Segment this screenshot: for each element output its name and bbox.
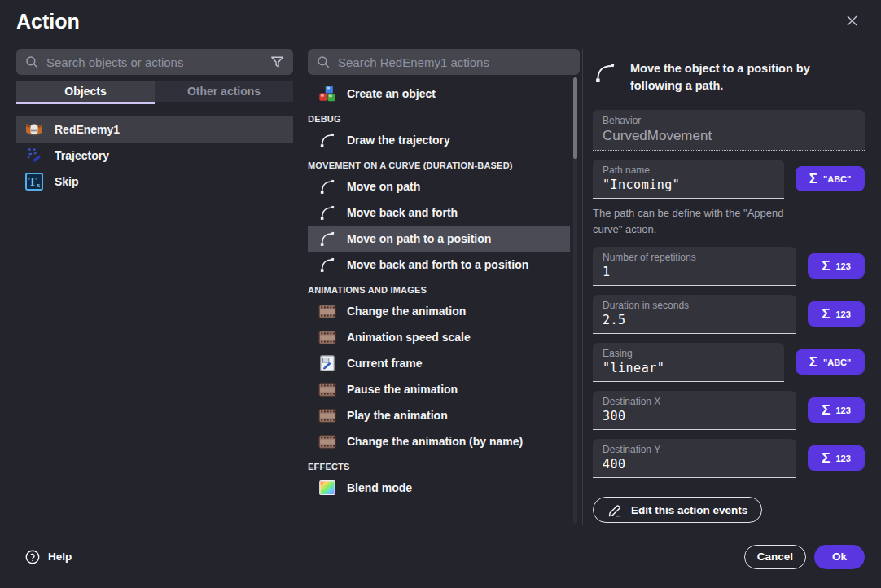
object-item[interactable]: Trajectory — [16, 143, 293, 169]
action-item[interactable]: Change the animation (by name) — [308, 428, 570, 454]
curve-icon — [318, 178, 336, 195]
actions-scrollbar-thumb[interactable] — [573, 77, 577, 159]
parameter-field[interactable]: Number of repetitions1 — [593, 247, 796, 286]
parameter-row: Easing"linear"Σ"ABC" — [593, 343, 865, 382]
blend-icon — [318, 479, 336, 497]
filter-icon[interactable] — [270, 55, 285, 70]
action-item-label: Draw the trajectory — [347, 134, 450, 147]
action-item[interactable]: Blend mode — [308, 475, 570, 501]
action-item[interactable]: Draw the trajectory — [308, 127, 570, 153]
action-item-label: Current frame — [347, 357, 423, 370]
svg-text:T: T — [28, 176, 37, 188]
parameter-field-column: Destination Y400 — [593, 439, 796, 478]
pencil-icon — [607, 502, 623, 518]
parameter-row: Number of repetitions1Σ123 — [593, 247, 865, 286]
objects-search-input[interactable] — [46, 55, 262, 69]
active-tab-underline — [16, 102, 155, 104]
ok-button[interactable]: Ok — [814, 545, 865, 569]
parameters-panel: Move the object to a position by followi… — [593, 49, 865, 525]
curve-icon — [318, 131, 336, 149]
actions-section-header: MOVEMENT ON A CURVE (DURATION-BASED) — [308, 160, 570, 170]
parameter-field[interactable]: Destination X300 — [593, 391, 796, 430]
parameter-helper-text: The path can be define with the "Append … — [593, 205, 784, 238]
action-item[interactable]: Move on path — [308, 173, 570, 200]
parameter-row: Path name"Incoming"The path can be defin… — [593, 160, 865, 238]
action-item[interactable]: Change the animation — [308, 298, 570, 324]
tab-other-actions[interactable]: Other actions — [155, 81, 293, 102]
dialog-footer: Help Cancel Ok — [0, 525, 881, 588]
objects-list: RedEnemy1TrajectoryTxSkip — [16, 116, 293, 195]
help-button[interactable]: Help — [24, 549, 72, 565]
expression-editor-123-button[interactable]: Σ123 — [808, 253, 865, 279]
parameter-row: Destination X300Σ123 — [593, 391, 865, 430]
parameter-field[interactable]: Path name"Incoming" — [593, 160, 784, 199]
action-item[interactable]: Move back and forth to a position — [308, 252, 570, 278]
actions-section-header: DEBUG — [308, 114, 570, 124]
object-item[interactable]: TxSkip — [16, 169, 293, 195]
action-item[interactable]: Animation speed scale — [308, 324, 570, 350]
parameter-label: Behavior — [603, 115, 855, 126]
parameter-field[interactable]: Duration in seconds2.5 — [593, 295, 796, 334]
object-item[interactable]: RedEnemy1 — [16, 116, 293, 143]
parameter-row: Duration in seconds2.5Σ123 — [593, 295, 865, 334]
action-item-label: Move back and forth — [347, 206, 458, 219]
help-label: Help — [48, 551, 72, 563]
action-item[interactable]: Pause the animation — [308, 376, 570, 402]
action-item[interactable]: Move on path to a position — [308, 226, 570, 252]
expression-editor-123-button[interactable]: Σ123 — [808, 445, 865, 471]
object-item-label: RedEnemy1 — [55, 123, 120, 136]
action-item-label: Move on path to a position — [347, 232, 491, 245]
frame-icon — [318, 354, 336, 372]
curve-icon — [318, 256, 336, 274]
tab-objects[interactable]: Objects — [16, 81, 155, 102]
parameter-field[interactable]: Easing"linear" — [593, 343, 784, 382]
expression-editor-123-button[interactable]: Σ123 — [808, 397, 865, 423]
panel-divider — [582, 49, 583, 525]
action-item-label: Move back and forth to a position — [347, 258, 528, 271]
parameter-field-column: Number of repetitions1 — [593, 247, 796, 286]
cancel-button[interactable]: Cancel — [744, 545, 806, 569]
actions-list: Create an objectDEBUGDraw the trajectory… — [308, 81, 570, 525]
action-item-label: Change the animation — [347, 305, 466, 318]
film-icon — [318, 304, 336, 319]
object-item-label: Skip — [55, 175, 79, 188]
curve-icon — [318, 230, 336, 248]
parameter-row: BehaviorCurvedMovement — [593, 110, 865, 151]
expression-editor-123-button[interactable]: Σ123 — [808, 301, 865, 327]
action-item[interactable]: Play the animation — [308, 402, 570, 428]
parameter-row: Destination Y400Σ123 — [593, 439, 865, 478]
help-circle-icon — [24, 549, 41, 565]
actions-scrollbar-track[interactable] — [573, 77, 577, 524]
actions-search-input[interactable] — [338, 55, 572, 69]
expression-editor-abc-button[interactable]: Σ"ABC" — [796, 349, 865, 375]
parameter-value: 2.5 — [603, 313, 787, 327]
action-item[interactable]: Move back and forth — [308, 200, 570, 226]
parameter-field[interactable]: Destination Y400 — [593, 439, 796, 478]
parameter-value: CurvedMovement — [603, 128, 855, 144]
parameter-label: Duration in seconds — [603, 300, 787, 311]
action-description: Move the object to a position by followi… — [593, 60, 865, 94]
parameter-label: Destination X — [603, 396, 787, 407]
expression-type-label: 123 — [835, 261, 850, 271]
objects-tabbar: Objects Other actions — [16, 81, 293, 104]
actions-panel: Create an objectDEBUGDraw the trajectory… — [308, 49, 580, 525]
action-item[interactable]: Create an object — [308, 81, 570, 107]
cubes-icon — [318, 85, 336, 103]
sigma-icon: Σ — [809, 355, 817, 369]
dialog-header: Action — [0, 0, 881, 33]
parameter-value: 300 — [603, 409, 787, 423]
parameter-label: Destination Y — [603, 444, 787, 455]
edit-action-events-button[interactable]: Edit this action events — [593, 497, 762, 523]
expression-editor-abc-button[interactable]: Σ"ABC" — [796, 166, 865, 191]
close-icon[interactable] — [844, 13, 860, 29]
action-item-label: Create an object — [347, 87, 436, 100]
actions-search — [308, 49, 580, 75]
action-item-label: Pause the animation — [347, 383, 458, 396]
expression-type-label: 123 — [835, 406, 850, 415]
edit-action-events-label: Edit this action events — [631, 504, 747, 516]
svg-text:x: x — [37, 182, 40, 189]
parameter-label: Path name — [603, 165, 774, 176]
search-icon — [316, 55, 331, 69]
action-item[interactable]: Current frame — [308, 350, 570, 376]
red-enemy-sprite-icon — [24, 120, 44, 139]
